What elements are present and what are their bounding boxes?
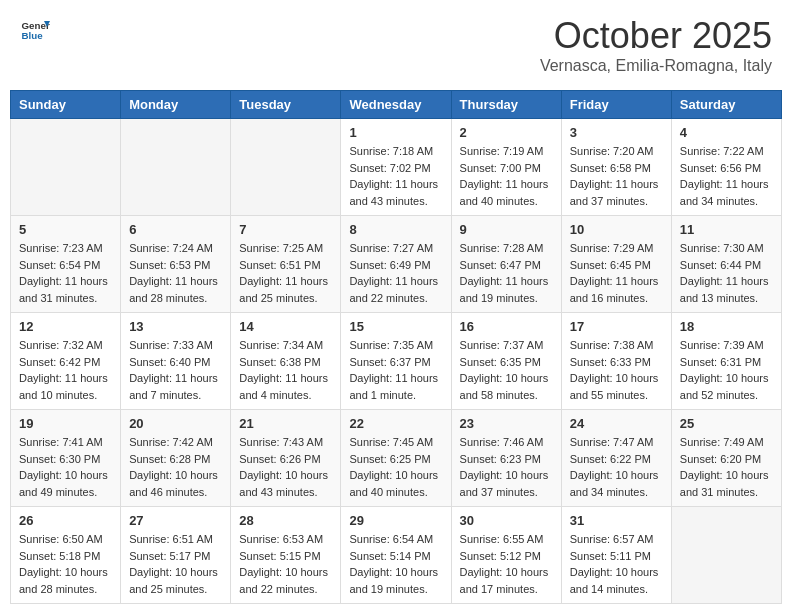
day-info-line: Sunrise: 7:34 AM — [239, 337, 332, 354]
day-info-line: Sunset: 6:49 PM — [349, 257, 442, 274]
day-info: Sunrise: 7:27 AMSunset: 6:49 PMDaylight:… — [349, 240, 442, 306]
calendar-cell: 14Sunrise: 7:34 AMSunset: 6:38 PMDayligh… — [231, 313, 341, 410]
day-number: 31 — [570, 513, 663, 528]
calendar-cell: 3Sunrise: 7:20 AMSunset: 6:58 PMDaylight… — [561, 119, 671, 216]
day-info-line: Daylight: 10 hours and 14 minutes. — [570, 564, 663, 597]
day-info: Sunrise: 7:39 AMSunset: 6:31 PMDaylight:… — [680, 337, 773, 403]
calendar-cell: 21Sunrise: 7:43 AMSunset: 6:26 PMDayligh… — [231, 410, 341, 507]
day-info: Sunrise: 7:30 AMSunset: 6:44 PMDaylight:… — [680, 240, 773, 306]
day-info-line: Sunset: 6:51 PM — [239, 257, 332, 274]
day-info: Sunrise: 7:33 AMSunset: 6:40 PMDaylight:… — [129, 337, 222, 403]
day-number: 7 — [239, 222, 332, 237]
day-info-line: Daylight: 10 hours and 43 minutes. — [239, 467, 332, 500]
calendar-cell: 22Sunrise: 7:45 AMSunset: 6:25 PMDayligh… — [341, 410, 451, 507]
day-info: Sunrise: 7:23 AMSunset: 6:54 PMDaylight:… — [19, 240, 112, 306]
day-info: Sunrise: 7:25 AMSunset: 6:51 PMDaylight:… — [239, 240, 332, 306]
day-info-line: Daylight: 11 hours and 43 minutes. — [349, 176, 442, 209]
subtitle: Vernasca, Emilia-Romagna, Italy — [540, 57, 772, 75]
day-info: Sunrise: 7:20 AMSunset: 6:58 PMDaylight:… — [570, 143, 663, 209]
day-info-line: Sunset: 6:40 PM — [129, 354, 222, 371]
day-info-line: Daylight: 11 hours and 31 minutes. — [19, 273, 112, 306]
day-info-line: Sunset: 7:00 PM — [460, 160, 553, 177]
day-number: 16 — [460, 319, 553, 334]
page-header: General Blue October 2025 Vernasca, Emil… — [10, 10, 782, 80]
day-info-line: Daylight: 11 hours and 25 minutes. — [239, 273, 332, 306]
day-info: Sunrise: 7:29 AMSunset: 6:45 PMDaylight:… — [570, 240, 663, 306]
day-number: 12 — [19, 319, 112, 334]
day-number: 1 — [349, 125, 442, 140]
calendar-cell: 16Sunrise: 7:37 AMSunset: 6:35 PMDayligh… — [451, 313, 561, 410]
svg-text:Blue: Blue — [22, 30, 44, 41]
day-info-line: Sunrise: 7:33 AM — [129, 337, 222, 354]
day-info-line: Daylight: 11 hours and 34 minutes. — [680, 176, 773, 209]
day-number: 27 — [129, 513, 222, 528]
day-number: 5 — [19, 222, 112, 237]
day-info-line: Sunset: 6:54 PM — [19, 257, 112, 274]
day-info-line: Daylight: 10 hours and 17 minutes. — [460, 564, 553, 597]
day-info-line: Sunrise: 7:27 AM — [349, 240, 442, 257]
day-info-line: Daylight: 10 hours and 52 minutes. — [680, 370, 773, 403]
day-number: 19 — [19, 416, 112, 431]
day-number: 28 — [239, 513, 332, 528]
day-info-line: Sunrise: 7:23 AM — [19, 240, 112, 257]
day-info-line: Sunset: 6:20 PM — [680, 451, 773, 468]
day-info-line: Daylight: 11 hours and 1 minute. — [349, 370, 442, 403]
day-info-line: Sunset: 5:12 PM — [460, 548, 553, 565]
day-info-line: Sunrise: 7:25 AM — [239, 240, 332, 257]
day-info-line: Sunset: 5:14 PM — [349, 548, 442, 565]
day-number: 10 — [570, 222, 663, 237]
day-info-line: Daylight: 10 hours and 58 minutes. — [460, 370, 553, 403]
calendar-cell — [121, 119, 231, 216]
logo-icon: General Blue — [20, 15, 50, 45]
day-info: Sunrise: 7:38 AMSunset: 6:33 PMDaylight:… — [570, 337, 663, 403]
day-info: Sunrise: 7:45 AMSunset: 6:25 PMDaylight:… — [349, 434, 442, 500]
day-info: Sunrise: 7:22 AMSunset: 6:56 PMDaylight:… — [680, 143, 773, 209]
day-info-line: Sunset: 6:23 PM — [460, 451, 553, 468]
calendar-cell: 8Sunrise: 7:27 AMSunset: 6:49 PMDaylight… — [341, 216, 451, 313]
day-number: 26 — [19, 513, 112, 528]
day-number: 23 — [460, 416, 553, 431]
day-info-line: Sunrise: 6:55 AM — [460, 531, 553, 548]
day-info-line: Sunset: 6:26 PM — [239, 451, 332, 468]
day-info-line: Sunset: 5:17 PM — [129, 548, 222, 565]
day-info-line: Daylight: 10 hours and 49 minutes. — [19, 467, 112, 500]
day-info-line: Sunrise: 7:32 AM — [19, 337, 112, 354]
calendar-cell: 30Sunrise: 6:55 AMSunset: 5:12 PMDayligh… — [451, 507, 561, 604]
day-info-line: Sunrise: 6:57 AM — [570, 531, 663, 548]
calendar-week-row: 12Sunrise: 7:32 AMSunset: 6:42 PMDayligh… — [11, 313, 782, 410]
day-info-line: Sunrise: 7:22 AM — [680, 143, 773, 160]
day-info: Sunrise: 7:46 AMSunset: 6:23 PMDaylight:… — [460, 434, 553, 500]
day-info-line: Sunrise: 6:51 AM — [129, 531, 222, 548]
day-number: 14 — [239, 319, 332, 334]
day-number: 3 — [570, 125, 663, 140]
day-info-line: Sunrise: 7:45 AM — [349, 434, 442, 451]
day-info-line: Sunset: 5:11 PM — [570, 548, 663, 565]
day-info-line: Sunset: 7:02 PM — [349, 160, 442, 177]
day-number: 22 — [349, 416, 442, 431]
calendar-cell: 6Sunrise: 7:24 AMSunset: 6:53 PMDaylight… — [121, 216, 231, 313]
day-info-line: Daylight: 10 hours and 31 minutes. — [680, 467, 773, 500]
day-info-line: Sunrise: 7:41 AM — [19, 434, 112, 451]
day-info-line: Sunset: 6:31 PM — [680, 354, 773, 371]
day-info: Sunrise: 6:54 AMSunset: 5:14 PMDaylight:… — [349, 531, 442, 597]
day-info-line: Sunrise: 7:35 AM — [349, 337, 442, 354]
day-info-line: Sunset: 6:45 PM — [570, 257, 663, 274]
day-info-line: Sunset: 6:44 PM — [680, 257, 773, 274]
day-info-line: Sunrise: 7:49 AM — [680, 434, 773, 451]
day-info-line: Daylight: 10 hours and 28 minutes. — [19, 564, 112, 597]
day-info-line: Daylight: 10 hours and 19 minutes. — [349, 564, 442, 597]
day-info-line: Sunset: 5:15 PM — [239, 548, 332, 565]
day-info-line: Daylight: 10 hours and 37 minutes. — [460, 467, 553, 500]
day-info: Sunrise: 6:55 AMSunset: 5:12 PMDaylight:… — [460, 531, 553, 597]
day-info-line: Sunset: 6:22 PM — [570, 451, 663, 468]
calendar-cell: 25Sunrise: 7:49 AMSunset: 6:20 PMDayligh… — [671, 410, 781, 507]
weekday-header-monday: Monday — [121, 91, 231, 119]
weekday-header-friday: Friday — [561, 91, 671, 119]
day-info-line: Sunrise: 7:37 AM — [460, 337, 553, 354]
day-number: 20 — [129, 416, 222, 431]
weekday-header-thursday: Thursday — [451, 91, 561, 119]
day-number: 15 — [349, 319, 442, 334]
day-info: Sunrise: 6:57 AMSunset: 5:11 PMDaylight:… — [570, 531, 663, 597]
day-number: 4 — [680, 125, 773, 140]
day-number: 24 — [570, 416, 663, 431]
